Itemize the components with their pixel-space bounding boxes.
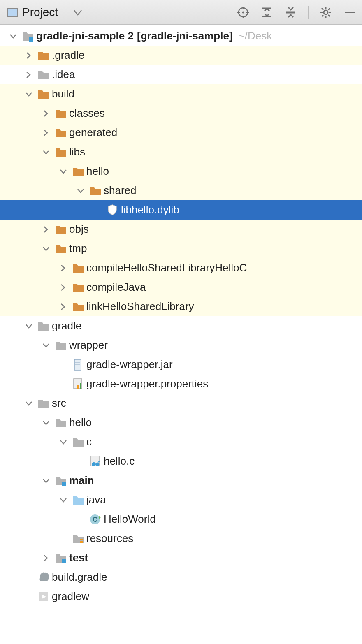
tree-item-classes[interactable]: classes	[0, 104, 362, 123]
source-folder-icon	[71, 494, 86, 506]
folder-icon	[53, 127, 68, 139]
module-icon	[53, 552, 68, 564]
executable-icon	[36, 591, 51, 603]
tree-label: .idea	[51, 68, 75, 81]
project-view-icon	[7, 8, 18, 17]
tree-label: tmp	[68, 242, 87, 255]
chevron-down-icon[interactable]	[74, 6, 82, 19]
tree-label: .gradle	[51, 49, 85, 62]
locate-icon[interactable]	[237, 6, 250, 19]
tree-label: hello	[68, 416, 92, 429]
tree-item-main[interactable]: main	[0, 471, 362, 490]
folder-icon	[53, 107, 68, 120]
tree-item-gradle-dot[interactable]: .gradle	[0, 46, 362, 65]
tree-item-build[interactable]: build	[0, 84, 362, 104]
tree-item-src[interactable]: src	[0, 394, 362, 413]
tree-label: libs	[68, 146, 85, 158]
tree-label: gradlew	[51, 590, 89, 603]
tree-item-wrapper[interactable]: wrapper	[0, 336, 362, 355]
tree-item-wrapper-jar[interactable]: gradle-wrapper.jar	[0, 355, 362, 374]
collapse-all-icon[interactable]	[284, 6, 297, 19]
tree-item-gradle-dir[interactable]: gradle	[0, 316, 362, 336]
tree-item-src-hello[interactable]: hello	[0, 413, 362, 432]
folder-icon	[71, 436, 86, 448]
folder-icon	[71, 301, 86, 313]
tree-label: classes	[68, 107, 105, 120]
folder-icon	[53, 339, 68, 352]
tree-label-alt: [gradle-jni-sample]	[134, 30, 233, 42]
tree-item-compile-java[interactable]: compileJava	[0, 278, 362, 297]
folder-icon	[53, 146, 68, 158]
tree-label: hello	[86, 165, 109, 178]
tree-item-build-gradle[interactable]: build.gradle	[0, 568, 362, 587]
tree-label: build.gradle	[51, 571, 107, 584]
class-icon	[88, 513, 103, 526]
tree-label: gradle-jni-sample 2	[35, 30, 134, 42]
tree-label: HelloWorld	[103, 513, 156, 526]
tree-label: test	[68, 551, 88, 564]
folder-icon	[53, 243, 68, 255]
tree-label: java	[86, 493, 106, 506]
tree-label: wrapper	[68, 339, 108, 352]
folder-icon	[36, 320, 51, 332]
module-icon	[53, 475, 68, 487]
tree-label: build	[51, 88, 74, 100]
folder-icon	[36, 69, 51, 81]
resources-folder-icon	[71, 533, 86, 545]
separator	[308, 6, 309, 19]
tree-label: hello.c	[103, 455, 135, 468]
tree-label: main	[68, 474, 94, 487]
folder-icon	[36, 88, 51, 100]
tree-item-objs[interactable]: objs	[0, 220, 362, 239]
tree-item-libs[interactable]: libs	[0, 142, 362, 162]
tree-label: libhello.dylib	[120, 204, 179, 216]
tree-item-idea[interactable]: .idea	[0, 65, 362, 84]
properties-icon	[71, 378, 86, 390]
tree-item-compile-c[interactable]: compileHelloSharedLibraryHelloC	[0, 258, 362, 278]
project-tree[interactable]: gradle-jni-sample 2 [gradle-jni-sample] …	[0, 25, 362, 606]
expand-all-icon[interactable]	[260, 6, 274, 19]
tree-item-c-dir[interactable]: c	[0, 432, 362, 452]
folder-icon	[71, 165, 86, 178]
tree-item-link-lib[interactable]: linkHelloSharedLibrary	[0, 297, 362, 316]
module-icon	[21, 30, 35, 42]
tree-item-helloworld[interactable]: HelloWorld	[0, 510, 362, 529]
tree-label: shared	[103, 184, 137, 197]
tree-label: compileHelloSharedLibraryHelloC	[86, 262, 247, 274]
tree-item-generated[interactable]: generated	[0, 123, 362, 142]
tree-item-java[interactable]: java	[0, 490, 362, 510]
tree-label: linkHelloSharedLibrary	[86, 300, 194, 313]
tree-label: generated	[68, 126, 117, 139]
tree-item-test[interactable]: test	[0, 548, 362, 568]
minimize-icon[interactable]	[343, 6, 356, 19]
tree-item-gradlew[interactable]: gradlew	[0, 587, 362, 606]
gear-icon[interactable]	[319, 6, 332, 19]
tree-path: ~/Desk	[233, 30, 272, 42]
tree-root[interactable]: gradle-jni-sample 2 [gradle-jni-sample] …	[0, 26, 362, 46]
project-view-title[interactable]: Project	[22, 6, 58, 19]
folder-icon	[36, 397, 51, 410]
gradle-icon	[36, 571, 51, 584]
tree-label: gradle	[51, 320, 81, 332]
tree-label: src	[51, 397, 66, 410]
folder-icon	[71, 262, 86, 274]
tree-item-tmp[interactable]: tmp	[0, 239, 362, 258]
tree-label: objs	[68, 223, 89, 236]
tree-label: gradle-wrapper.jar	[86, 358, 173, 371]
tree-item-hello-c[interactable]: hello.c	[0, 452, 362, 471]
tree-item-hello[interactable]: hello	[0, 162, 362, 181]
shield-icon	[105, 204, 120, 216]
folder-icon	[53, 223, 68, 236]
folder-icon	[36, 49, 51, 62]
tree-label: resources	[86, 532, 133, 545]
tree-label: gradle-wrapper.properties	[86, 378, 208, 390]
tree-item-resources[interactable]: resources	[0, 529, 362, 548]
tree-item-libhello[interactable]: libhello.dylib	[0, 200, 362, 220]
jar-icon	[71, 359, 86, 371]
tree-label: c	[86, 436, 92, 448]
project-tool-header: Project	[0, 0, 362, 25]
tree-item-wrapper-props[interactable]: gradle-wrapper.properties	[0, 374, 362, 394]
folder-icon	[53, 417, 68, 429]
c-file-icon	[88, 455, 103, 468]
tree-item-shared[interactable]: shared	[0, 181, 362, 200]
